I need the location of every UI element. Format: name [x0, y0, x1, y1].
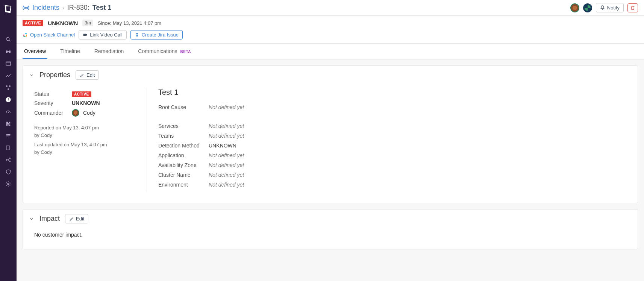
commander-label: Commander — [34, 110, 68, 116]
severity-value: UNKNOWN — [48, 20, 78, 26]
reported-on: Reported on May 13, 4:07 pm — [34, 124, 139, 132]
tabs: Overview Timeline Remediation Communicat… — [17, 44, 644, 59]
gear-icon[interactable] — [5, 181, 12, 187]
logs-icon[interactable] — [5, 132, 12, 139]
since-text: Since: May 13, 2021 4:07 pm — [98, 20, 161, 26]
svg-rect-2 — [6, 50, 8, 53]
topbar-actions: Notify — [570, 3, 638, 12]
delete-button[interactable] — [627, 3, 638, 12]
slack-label: Open Slack Channel — [30, 32, 75, 38]
status-badge: ACTIVE — [23, 20, 43, 26]
avatar[interactable] — [570, 3, 579, 12]
edit-impact-button[interactable]: Edit — [65, 214, 88, 223]
shield-icon[interactable] — [5, 169, 12, 175]
svg-point-8 — [9, 85, 11, 87]
dashboard-icon[interactable] — [5, 60, 12, 67]
svg-point-20 — [8, 183, 9, 185]
video-label: Link Video Call — [90, 32, 122, 38]
teams-label: Teams — [158, 133, 203, 139]
svg-point-7 — [6, 85, 8, 87]
properties-panel: Properties Edit Status ACTIVE — [23, 65, 638, 203]
svg-point-9 — [8, 88, 9, 90]
tab-remediation[interactable]: Remediation — [93, 44, 126, 59]
edit-label: Edit — [76, 216, 84, 222]
impact-title: Impact — [39, 215, 60, 223]
svg-point-19 — [9, 161, 11, 162]
breadcrumb: Incidents › IR-830: Test 1 — [23, 4, 111, 12]
notify-label: Notify — [607, 5, 620, 11]
left-nav — [0, 0, 17, 281]
gauge-icon[interactable] — [5, 108, 12, 115]
jira-icon — [135, 32, 139, 37]
impact-text: No customer impact. — [23, 228, 638, 249]
tab-communications[interactable]: Communications BETA — [136, 44, 192, 59]
application-label: Application — [158, 152, 203, 158]
env-value: Not defined yet — [209, 182, 244, 188]
tab-overview[interactable]: Overview — [23, 44, 47, 59]
updated-on: Last updated on May 13, 4:07 pm — [34, 141, 139, 149]
broadcast-icon — [23, 5, 29, 11]
svg-rect-26 — [83, 34, 86, 36]
svg-rect-23 — [25, 33, 27, 34]
chevron-down-icon[interactable] — [29, 73, 34, 78]
search-icon[interactable] — [5, 36, 12, 43]
bell-icon — [600, 5, 605, 10]
open-slack-link[interactable]: Open Slack Channel — [23, 32, 75, 38]
status-value: ACTIVE — [72, 91, 91, 97]
avatar — [72, 109, 79, 117]
services-value: Not defined yet — [209, 123, 244, 129]
main-content: Incidents › IR-830: Test 1 Notify ACTIVE — [17, 0, 644, 281]
svg-rect-25 — [23, 36, 26, 36]
metrics-icon[interactable] — [5, 72, 12, 79]
trash-icon — [630, 5, 635, 11]
link-video-button[interactable]: Link Video Call — [79, 30, 126, 39]
jira-label: Create Jira Issue — [142, 32, 179, 38]
svg-point-21 — [26, 7, 27, 8]
svg-rect-5 — [6, 62, 11, 65]
svg-rect-11 — [8, 98, 8, 100]
tab-communications-label: Communications — [138, 48, 177, 54]
svg-line-1 — [9, 40, 10, 41]
svg-point-17 — [6, 159, 8, 161]
env-label: Environment — [158, 182, 203, 188]
svg-point-0 — [6, 38, 9, 41]
network-icon[interactable] — [5, 84, 12, 91]
binoculars-icon[interactable] — [5, 48, 12, 55]
incident-header: ACTIVE UNKNOWN 3m Since: May 13, 2021 4:… — [17, 16, 644, 44]
commander-name: Cody — [83, 110, 95, 116]
notify-button[interactable]: Notify — [596, 3, 624, 12]
tab-timeline[interactable]: Timeline — [59, 44, 81, 59]
svg-rect-24 — [26, 34, 27, 36]
alert-icon[interactable] — [5, 96, 12, 103]
severity-label: Severity — [34, 100, 68, 106]
properties-left: Status ACTIVE Severity UNKNOWN Commander… — [34, 88, 147, 191]
svg-rect-4 — [8, 51, 9, 52]
chevron-down-icon[interactable] — [29, 216, 34, 222]
slack-icon — [23, 32, 28, 38]
svg-line-13 — [8, 111, 9, 113]
edit-label: Edit — [86, 72, 95, 78]
az-label: Availability Zone — [158, 162, 203, 168]
edit-properties-button[interactable]: Edit — [76, 70, 99, 80]
svg-rect-12 — [8, 101, 8, 101]
book-icon[interactable] — [5, 144, 12, 151]
cluster-label: Cluster Name — [158, 172, 203, 178]
cluster-value: Not defined yet — [209, 172, 244, 178]
create-jira-button[interactable]: Create Jira Issue — [130, 30, 183, 39]
breadcrumb-title: Test 1 — [92, 4, 112, 12]
services-label: Services — [158, 123, 203, 129]
video-icon — [83, 32, 88, 37]
duration-pill: 3m — [82, 20, 93, 26]
flow-icon[interactable] — [5, 156, 12, 163]
breadcrumb-root[interactable]: Incidents — [32, 4, 59, 12]
reported-by: by Cody — [34, 132, 139, 139]
topbar: Incidents › IR-830: Test 1 Notify — [17, 0, 644, 16]
chevron-right-icon: › — [62, 5, 64, 11]
avatar[interactable] — [583, 3, 592, 12]
puzzle-icon[interactable] — [5, 120, 12, 127]
detection-value: UNKNOWN — [209, 143, 236, 149]
impact-panel: Impact Edit No customer impact. — [23, 209, 638, 249]
beta-badge: BETA — [180, 50, 191, 54]
status-label: Status — [34, 91, 68, 97]
datadog-logo-icon[interactable] — [3, 4, 14, 14]
